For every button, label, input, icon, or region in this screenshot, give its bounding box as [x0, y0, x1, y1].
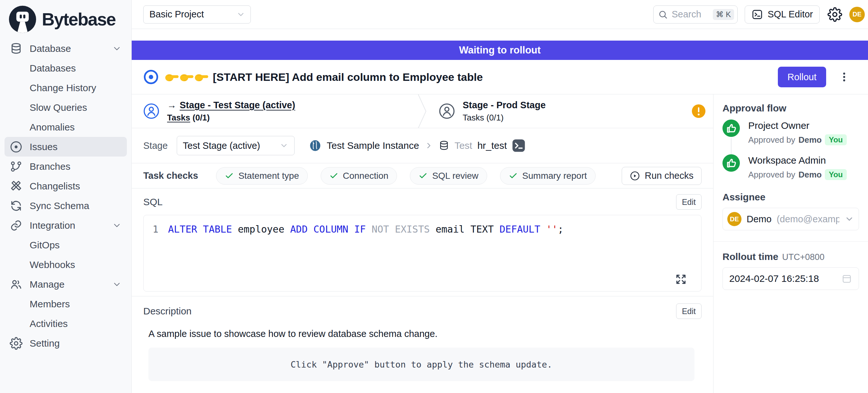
open-in-sql-editor-icon[interactable] — [512, 139, 525, 152]
you-badge: You — [825, 169, 847, 180]
sidebar-item-label: Change History — [30, 83, 96, 93]
sidebar-item-label: Sync Schema — [30, 200, 89, 211]
user-avatar[interactable]: DE — [849, 7, 865, 22]
project-selector[interactable]: Basic Project — [143, 5, 251, 24]
sidebar-item-databases[interactable]: Databases — [4, 58, 127, 78]
sidebar-item-label: Slow Queries — [30, 102, 87, 113]
sql-editor-button[interactable]: SQL Editor — [745, 5, 820, 24]
task-check-pill-summary-report[interactable]: Summary report — [500, 167, 596, 185]
arrow-right-icon: → — [167, 100, 177, 110]
chevron-down-icon — [236, 10, 245, 19]
rollout-time-value: 2024-02-07 16:25:18 — [729, 273, 819, 284]
task-check-pill-connection[interactable]: Connection — [321, 167, 397, 185]
thumbs-up-icon — [722, 154, 740, 172]
rollout-time-heading: Rollout time — [722, 251, 778, 262]
users-icon — [10, 278, 23, 291]
approval-step-workspace-admin: Workspace AdminApproved byDemoYou — [722, 154, 859, 180]
sidebar-item-label: Activities — [30, 318, 68, 329]
assignee-select[interactable]: DE Demo (demo@example — [722, 208, 859, 230]
sidebar-item-change-history[interactable]: Change History — [4, 78, 127, 98]
stage-card-stage-test-stage-active-[interactable]: →Stage - Test Stage (active)Tasks (0/1) — [132, 94, 417, 128]
sidebar-item-integration[interactable]: Integration — [4, 215, 127, 235]
stage-tasks: Tasks (0/1) — [167, 113, 295, 123]
sidebar-item-label: Webhooks — [30, 259, 75, 270]
task-check-pill-statement-type[interactable]: Statement type — [216, 167, 307, 185]
sql-section-header: SQL Edit — [143, 194, 702, 210]
approval-role: Project Owner — [748, 120, 847, 131]
sidebar-item-members[interactable]: Members — [4, 294, 127, 314]
sidebar-item-slow-queries[interactable]: Slow Queries — [4, 98, 127, 117]
task-checks-row: Task checks Statement typeConnectionSQL … — [132, 163, 713, 188]
chevron-right-icon — [424, 141, 433, 150]
topbar: Basic Project Search ⌘ K SQL Editor DE — [132, 0, 868, 29]
app-logo[interactable]: Bytebase — [0, 0, 131, 37]
link-icon — [10, 219, 23, 232]
sidebar-item-changelists[interactable]: Changelists — [4, 176, 127, 196]
check-icon — [225, 171, 234, 180]
task-checks-label: Task checks — [143, 171, 198, 181]
banner-gap — [132, 29, 868, 40]
rollout-time-timezone: UTC+0800 — [782, 252, 824, 262]
sql-code-line: 1 ALTER TABLE employee ADD COLUMN IF NOT… — [144, 223, 701, 236]
sidebar-item-gitops[interactable]: GitOps — [4, 235, 127, 255]
main-area: Basic Project Search ⌘ K SQL Editor DE — [132, 0, 868, 393]
assignee-avatar: DE — [727, 212, 741, 226]
search-shortcut-badge: ⌘ K — [713, 9, 734, 20]
line-number: 1 — [144, 223, 168, 236]
settings-gear-icon[interactable] — [828, 7, 842, 22]
bytebase-app: Bytebase DatabaseDatabasesChange History… — [0, 0, 868, 393]
chevron-down-icon — [279, 141, 288, 150]
stage-separator-icon — [417, 94, 427, 128]
task-check-label: Summary report — [522, 171, 587, 181]
rollout-time-input[interactable]: 2024-02-07 16:25:18 — [722, 267, 859, 290]
kebab-menu-icon[interactable] — [838, 71, 850, 83]
run-checks-button[interactable]: Run checks — [622, 167, 702, 185]
sql-editor-view[interactable]: 1 ALTER TABLE employee ADD COLUMN IF NOT… — [143, 215, 702, 292]
calendar-icon[interactable] — [841, 273, 852, 284]
stage-select-value: Test Stage (active) — [183, 141, 260, 151]
check-icon — [329, 171, 338, 180]
warning-icon — [691, 104, 706, 119]
rollout-button[interactable]: Rollout — [778, 67, 826, 87]
search-placeholder: Search — [672, 9, 701, 20]
task-check-label: Statement type — [238, 171, 299, 181]
sidebar-item-activities[interactable]: Activities — [4, 314, 127, 333]
sql-edit-button[interactable]: Edit — [676, 194, 702, 210]
stage-flow: →Stage - Test Stage (active)Tasks (0/1)S… — [132, 94, 713, 128]
approval-step-project-owner: Project OwnerApproved byDemoYou — [722, 120, 859, 145]
stage-card-stage-prod-stage[interactable]: Stage - Prod StageTasks (0/1) — [427, 94, 713, 128]
sidebar-item-database[interactable]: Database — [4, 39, 127, 58]
task-check-label: Connection — [343, 171, 389, 181]
thumbs-up-icon — [722, 120, 740, 137]
search-input[interactable]: Search ⌘ K — [653, 5, 738, 24]
sidebar-item-branches[interactable]: Branches — [4, 156, 127, 176]
sidebar-item-manage[interactable]: Manage — [4, 274, 127, 294]
sidebar-item-label: Setting — [30, 338, 60, 349]
sidebar-item-setting[interactable]: Setting — [4, 333, 127, 353]
database-icon — [438, 140, 450, 151]
sidebar-item-sync-schema[interactable]: Sync Schema — [4, 196, 127, 215]
sidebar-item-anomalies[interactable]: Anomalies — [4, 117, 127, 137]
terminal-icon — [751, 9, 763, 20]
sql-heading: SQL — [143, 196, 163, 207]
stage-select[interactable]: Test Stage (active) — [177, 136, 294, 155]
task-check-label: SQL review — [432, 171, 478, 181]
approval-step-body: Project OwnerApproved byDemoYou — [748, 120, 847, 145]
app-title: Bytebase — [42, 9, 116, 30]
expand-icon[interactable] — [675, 273, 687, 285]
database-icon — [10, 42, 23, 55]
description-edit-button[interactable]: Edit — [676, 303, 702, 319]
sidebar-item-webhooks[interactable]: Webhooks — [4, 255, 127, 274]
rollout-time-header: Rollout time UTC+0800 — [722, 251, 859, 262]
you-badge: You — [825, 134, 847, 145]
task-check-pill-sql-review[interactable]: SQL review — [410, 167, 487, 185]
sidebar-item-label: Branches — [30, 161, 70, 172]
database-link[interactable]: hr_test — [477, 140, 507, 151]
sidebar-item-label: Issues — [30, 142, 58, 152]
sidebar-item-issues[interactable]: Issues — [4, 137, 127, 156]
instance-link[interactable]: Test Sample Instance — [327, 140, 419, 151]
play-circle-icon — [630, 171, 640, 181]
issue-title-row: [START HERE] Add email column to Employe… — [132, 60, 868, 94]
issue-title: [START HERE] Add email column to Employe… — [213, 71, 483, 84]
approval-status: Approved byDemoYou — [748, 134, 847, 145]
